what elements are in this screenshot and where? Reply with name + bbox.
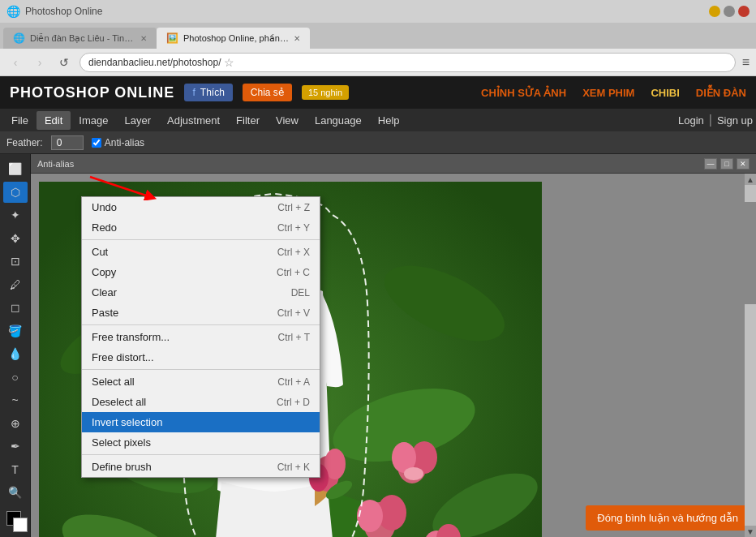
app-logo: PHOTOSHOP ONLINE [10,84,174,101]
select-all-shortcut: Ctrl + A [277,376,310,388]
menu-file[interactable]: File [3,111,37,130]
fill-tool[interactable]: 🪣 [3,320,28,342]
scroll-up-arrow[interactable]: ▲ [745,174,756,185]
maximize-button[interactable] [724,6,735,17]
clear-label: Clear [92,286,117,299]
free-transform-label: Free transform... [92,331,170,343]
color-swatches[interactable] [3,511,28,533]
antialias-checkbox[interactable] [92,138,101,148]
define-brush-shortcut: Ctrl + K [277,462,310,473]
browser-icon: 🌐 [6,5,20,18]
minimize-button[interactable] [709,6,720,17]
toolbar: ⬜ ⬡ ✦ ✥ ⊡ 🖊 ◻ 🪣 💧 ○ ~ ⊕ ✒ T 🔍 [0,154,31,537]
background-color[interactable] [13,518,28,532]
ps-panel-controls: — □ ✕ [704,158,750,170]
ps-close-btn[interactable]: ✕ [737,158,750,170]
vertical-scrollbar[interactable]: ▲ ▼ [745,174,756,537]
back-button[interactable]: ‹ [6,54,24,71]
paste-shortcut: Ctrl + V [277,307,310,319]
menu-free-distort[interactable]: Free distort... [82,347,320,367]
ps-panel-header: Anti-alias — □ ✕ [31,154,756,174]
menu-cut[interactable]: Cut Ctrl + X [82,242,320,262]
login-link[interactable]: Login [678,114,704,127]
move-tool[interactable]: ✥ [3,228,28,250]
nav-chinh-sua[interactable]: CHỈNH SỬA ẢNH [481,87,566,99]
menu-layer[interactable]: Layer [117,111,160,130]
bottom-notification[interactable]: Đóng bình luận và hướng dẫn [586,505,750,531]
select-tool[interactable]: ⬡ [3,182,28,204]
paste-label: Paste [92,307,118,319]
tab-2[interactable]: 🖼️ Photoshop Online, phần r ... ✕ [157,28,310,49]
nav-chibi[interactable]: CHIBI [651,87,679,99]
menu-help[interactable]: Help [370,111,408,130]
tab-1-close[interactable]: ✕ [140,34,147,43]
notification-label: Đóng bình luận và hướng dẫn [597,512,738,524]
menu-free-transform[interactable]: Free transform... Ctrl + T [82,327,320,347]
zoom-tool[interactable]: 🔍 [3,482,28,504]
pen-tool[interactable]: ✒ [3,436,28,458]
menu-select-all[interactable]: Select all Ctrl + A [82,372,320,392]
nav-xem-phim[interactable]: XEM PHIM [582,87,634,99]
tab-2-icon: 🖼️ [166,32,178,44]
smudge-tool[interactable]: ~ [3,389,28,411]
menu-invert-selection[interactable]: Invert selection [82,412,320,432]
menu-right: Login | Sign up [678,113,753,127]
ps-minimize-btn[interactable]: — [704,158,717,170]
eraser-tool[interactable]: ◻ [3,297,28,319]
menu-image[interactable]: Image [71,111,116,130]
free-distort-label: Free distort... [92,351,154,363]
menu-adjustment[interactable]: Adjustment [159,111,228,130]
scroll-track[interactable] [745,185,756,526]
brush-tool[interactable]: 🖊 [3,274,28,296]
url-bar[interactable]: diendanbaclieu.net/photoshop/ ☆ [79,53,736,72]
antialias-label[interactable]: Anti-alias [92,137,144,148]
menu-filter[interactable]: Filter [228,111,268,130]
bookmark-icon[interactable]: ☆ [224,56,234,69]
eyedropper-tool[interactable]: 💧 [3,343,28,365]
feather-input[interactable] [51,135,84,150]
tab-2-close[interactable]: ✕ [294,34,300,43]
menu-paste[interactable]: Paste Ctrl + V [82,303,320,323]
title-bar: 🌐 Photoshop Online [0,0,756,23]
cut-shortcut: Ctrl + X [277,247,310,258]
menu-view[interactable]: View [268,111,307,130]
menu-redo[interactable]: Redo Ctrl + Y [82,217,320,238]
tab-1[interactable]: 🌐 Diễn đàn Bạc Liêu - Tin hc ... ✕ [3,28,157,49]
tab-1-label: Diễn đàn Bạc Liêu - Tin hc ... [30,33,135,44]
lasso-tool[interactable]: ⬜ [3,158,28,180]
scroll-thumb[interactable] [745,202,756,304]
text-tool[interactable]: T [3,459,28,481]
forward-button[interactable]: › [31,54,49,71]
menu-clear[interactable]: Clear DEL [82,282,320,303]
canvas-area: Anti-alias — □ ✕ [31,154,756,537]
menu-deselect-all[interactable]: Deselect all Ctrl + D [82,392,320,412]
ps-restore-btn[interactable]: □ [720,158,733,170]
clone-tool[interactable]: ⊕ [3,413,28,435]
menu-edit[interactable]: Edit [37,111,71,130]
menu-language[interactable]: Language [307,111,370,130]
fb-like-button[interactable]: f Thích [184,84,232,101]
close-button[interactable] [738,6,750,17]
canvas-title: Anti-alias [37,159,74,169]
free-transform-shortcut: Ctrl + T [278,332,310,343]
copy-label: Copy [92,266,116,278]
define-brush-label: Define brush [92,461,152,473]
refresh-button[interactable]: ↺ [55,54,73,71]
crop-tool[interactable]: ⊡ [3,251,28,273]
scroll-down-arrow[interactable]: ▼ [745,526,756,537]
redo-shortcut: Ctrl + Y [277,222,310,234]
antialias-text: Anti-alias [105,137,144,148]
separator-3 [82,369,320,370]
nav-dien-dan[interactable]: DIỄN ĐÀN [696,87,746,99]
browser-menu-button[interactable]: ≡ [742,55,750,70]
days-badge: 15 nghin [302,85,349,100]
menu-select-pixels[interactable]: Select pixels [82,432,320,453]
menu-define-brush[interactable]: Define brush Ctrl + K [82,457,320,477]
select-pixels-label: Select pixels [92,436,151,449]
signup-link[interactable]: Sign up [717,114,753,127]
magic-wand-tool[interactable]: ✦ [3,204,28,226]
menu-undo[interactable]: Undo Ctrl + Z [82,197,320,217]
menu-copy[interactable]: Copy Ctrl + C [82,262,320,282]
share-button[interactable]: Chia sẻ [243,84,292,101]
dodge-tool[interactable]: ○ [3,367,28,389]
